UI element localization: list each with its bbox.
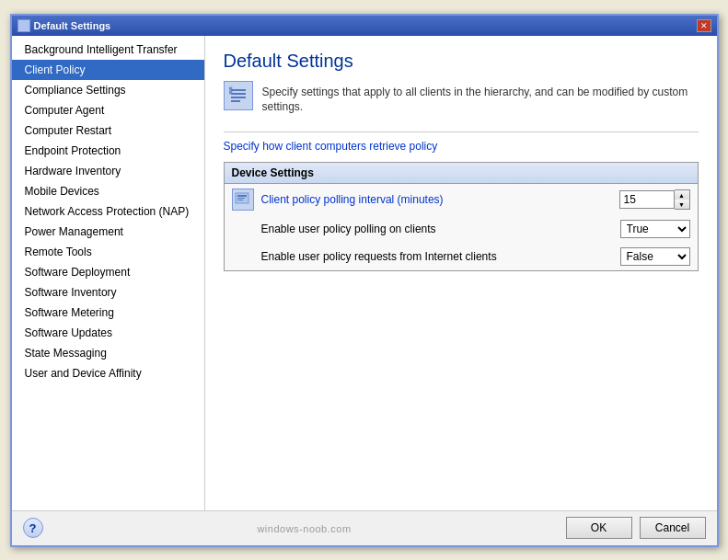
user-policy-polling-value: True False <box>620 220 690 238</box>
user-policy-internet-value: True False <box>620 247 690 266</box>
sidebar-item-background-intelligent-transfer[interactable]: Background Intelligent Transfer <box>12 40 204 60</box>
spin-up-button[interactable]: ▲ <box>675 190 689 200</box>
titlebar-left: Default Settings <box>17 19 111 32</box>
page-header: Specify settings that apply to all clien… <box>224 81 699 116</box>
polling-interval-row: Client policy polling interval (minutes)… <box>225 184 698 215</box>
main-window: Default Settings ✕ Background Intelligen… <box>10 14 719 547</box>
footer: ? windows-noob.com OK Cancel <box>12 510 717 545</box>
svg-rect-7 <box>237 195 247 197</box>
settings-icon <box>224 81 253 110</box>
user-policy-internet-select[interactable]: True False <box>620 247 690 266</box>
sidebar-item-software-inventory[interactable]: Software Inventory <box>12 282 204 303</box>
sidebar-item-client-policy[interactable]: Client Policy <box>12 60 204 80</box>
polling-icon <box>232 189 254 211</box>
sidebar-item-computer-agent[interactable]: Computer Agent <box>12 100 204 120</box>
spin-buttons: ▲ ▼ <box>675 189 690 210</box>
close-button[interactable]: ✕ <box>697 19 711 32</box>
user-policy-polling-label: Enable user policy polling on clients <box>261 223 613 235</box>
user-policy-polling-select[interactable]: True False <box>620 220 690 238</box>
polling-interval-value: ▲ ▼ <box>619 189 690 210</box>
sidebar-item-user-device-affinity[interactable]: User and Device Affinity <box>12 363 204 383</box>
sidebar-item-hardware-inventory[interactable]: Hardware Inventory <box>12 161 204 181</box>
cancel-button[interactable]: Cancel <box>640 517 706 539</box>
main-content: Background Intelligent TransferClient Po… <box>12 36 717 510</box>
svg-rect-0 <box>231 89 246 91</box>
window-title: Default Settings <box>34 20 111 31</box>
section-link[interactable]: Specify how client computers retrieve po… <box>224 140 699 153</box>
sidebar-item-software-deployment[interactable]: Software Deployment <box>12 262 204 282</box>
polling-interval-input[interactable] <box>619 190 675 209</box>
window-icon <box>17 19 30 32</box>
header-divider <box>224 131 699 132</box>
sidebar: Background Intelligent TransferClient Po… <box>12 36 205 510</box>
svg-rect-3 <box>231 100 240 102</box>
content-panel: Default Settings Specify settings that a… <box>205 36 717 510</box>
sidebar-item-compliance-settings[interactable]: Compliance Settings <box>12 80 204 100</box>
footer-buttons: OK Cancel <box>566 517 706 539</box>
window-body: Background Intelligent TransferClient Po… <box>12 36 717 545</box>
svg-rect-1 <box>231 93 246 95</box>
svg-rect-4 <box>229 87 232 90</box>
sidebar-item-software-metering[interactable]: Software Metering <box>12 303 204 323</box>
header-description: Specify settings that apply to all clien… <box>262 81 699 116</box>
ok-button[interactable]: OK <box>566 517 632 539</box>
svg-rect-2 <box>231 97 246 98</box>
device-settings-header: Device Settings <box>225 163 698 184</box>
spin-down-button[interactable]: ▼ <box>675 200 689 209</box>
help-button[interactable]: ? <box>23 518 43 538</box>
sidebar-item-state-messaging[interactable]: State Messaging <box>12 343 204 363</box>
sidebar-item-power-management[interactable]: Power Management <box>12 222 204 242</box>
polling-interval-label: Client policy polling interval (minutes) <box>261 193 612 206</box>
device-settings-box: Device Settings Client policy polling in… <box>224 162 699 271</box>
sidebar-item-remote-tools[interactable]: Remote Tools <box>12 242 204 262</box>
page-title: Default Settings <box>224 51 699 72</box>
user-policy-polling-row: Enable user policy polling on clients Tr… <box>225 215 698 243</box>
svg-rect-9 <box>237 200 243 200</box>
sidebar-item-network-access-protection[interactable]: Network Access Protection (NAP) <box>12 201 204 222</box>
titlebar: Default Settings ✕ <box>12 16 717 36</box>
watermark: windows-noob.com <box>43 521 566 534</box>
user-policy-internet-label: Enable user policy requests from Interne… <box>261 250 613 263</box>
sidebar-item-endpoint-protection[interactable]: Endpoint Protection <box>12 141 204 161</box>
svg-rect-5 <box>229 91 232 94</box>
user-policy-internet-row: Enable user policy requests from Interne… <box>225 243 698 270</box>
svg-rect-8 <box>237 198 245 199</box>
sidebar-item-computer-restart[interactable]: Computer Restart <box>12 120 204 141</box>
sidebar-item-software-updates[interactable]: Software Updates <box>12 323 204 343</box>
sidebar-item-mobile-devices[interactable]: Mobile Devices <box>12 181 204 201</box>
